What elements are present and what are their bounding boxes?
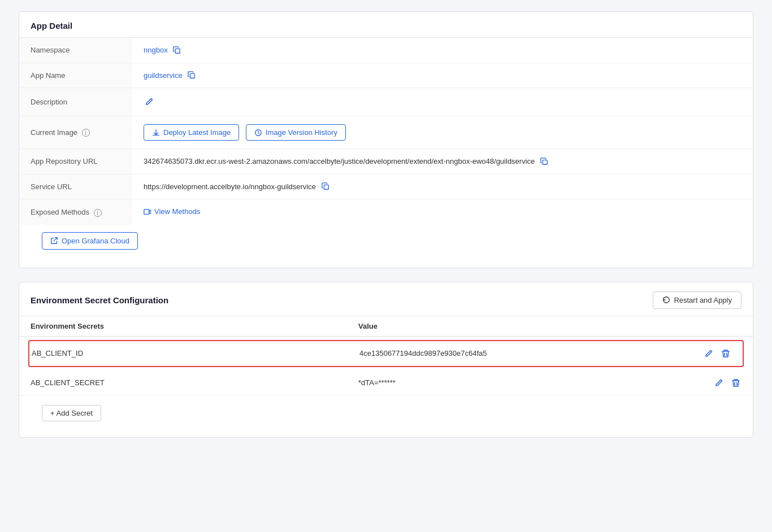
appname-label: App Name [19,63,132,88]
env-key-ab-client-secret: AB_CLIENT_SECRET [31,378,358,387]
svg-rect-5 [144,209,149,214]
env-row-ab-client-secret: AB_CLIENT_SECRET *dTA=****** [19,370,753,396]
add-secret-button[interactable]: + Add Secret [42,405,101,421]
appname-row: App Name guildservice [19,63,753,88]
currentimage-label: Current Image [31,128,77,137]
deploy-latest-image-button[interactable]: Deploy Latest Image [144,124,239,141]
edit-ab-client-secret-button[interactable] [713,377,725,389]
env-config-header: Environment Secret Configuration Restart… [19,282,753,316]
repourl-value: 342674635073.dkr.ecr.us-west-2.amazonaws… [144,157,535,165]
description-row: Description [19,88,753,116]
svg-rect-0 [176,49,180,53]
serviceurl-label: Service URL [19,174,132,199]
env-value-ab-client-secret: *dTA=****** [358,378,713,387]
svg-rect-1 [190,74,195,79]
env-table-header: Environment Secrets Value [19,316,753,337]
image-version-history-button[interactable]: Image Version History [246,124,346,141]
env-key-ab-client-id: AB_CLIENT_ID [32,349,359,357]
env-row-highlighted: AB_CLIENT_ID 4ce1350677194ddc9897e930e7c… [28,340,744,367]
exposedmethods-label: Exposed Methods [31,208,89,216]
namespace-label: Namespace [19,38,132,63]
app-detail-card: App Detail Namespace nngbox [19,11,753,268]
open-grafana-wrapper: Open Grafana Cloud [19,225,753,268]
namespace-value: nngbox [144,46,168,54]
env-value-ab-client-id: 4ce1350677194ddc9897e930e7c64fa5 [359,349,703,357]
open-grafana-button[interactable]: Open Grafana Cloud [42,232,138,250]
delete-ab-client-id-button[interactable] [720,348,731,359]
env-config-card: Environment Secret Configuration Restart… [19,282,753,438]
repourl-copy-icon[interactable] [540,158,548,165]
description-edit-icon[interactable] [144,96,155,107]
restart-and-apply-button[interactable]: Restart and Apply [653,291,741,309]
app-detail-table: Namespace nngbox App Name [19,38,753,225]
appname-copy-icon[interactable] [188,71,196,79]
app-detail-title: App Detail [19,12,753,38]
view-methods-link[interactable]: View Methods [144,207,200,216]
repourl-row: App Repository URL 342674635073.dkr.ecr.… [19,149,753,175]
namespace-row: Namespace nngbox [19,38,753,63]
serviceurl-value: https://development.accelbyte.io/nngbox-… [144,182,316,191]
description-label: Description [19,88,132,116]
edit-ab-client-id-button[interactable] [703,348,714,359]
delete-ab-client-secret-button[interactable] [730,377,741,389]
svg-rect-3 [543,160,547,164]
svg-rect-4 [324,185,328,190]
appname-value: guildservice [144,71,183,80]
currentimage-info-icon: i [82,129,90,137]
exposedmethods-row: Exposed Methods i View Methods [19,199,753,225]
serviceurl-copy-icon[interactable] [322,182,329,190]
add-secret-wrapper: + Add Secret [19,396,753,437]
env-col-key-header: Environment Secrets [31,322,358,330]
env-config-title: Environment Secret Configuration [31,295,168,305]
exposedmethods-info-icon: i [94,209,102,217]
currentimage-row: Current Image i Deploy Latest Image [19,116,753,149]
env-col-value-header: Value [358,322,696,330]
namespace-copy-icon[interactable] [173,46,181,54]
page-container: App Detail Namespace nngbox [19,11,753,438]
repourl-label: App Repository URL [19,149,132,175]
serviceurl-row: Service URL https://development.accelbyt… [19,174,753,199]
